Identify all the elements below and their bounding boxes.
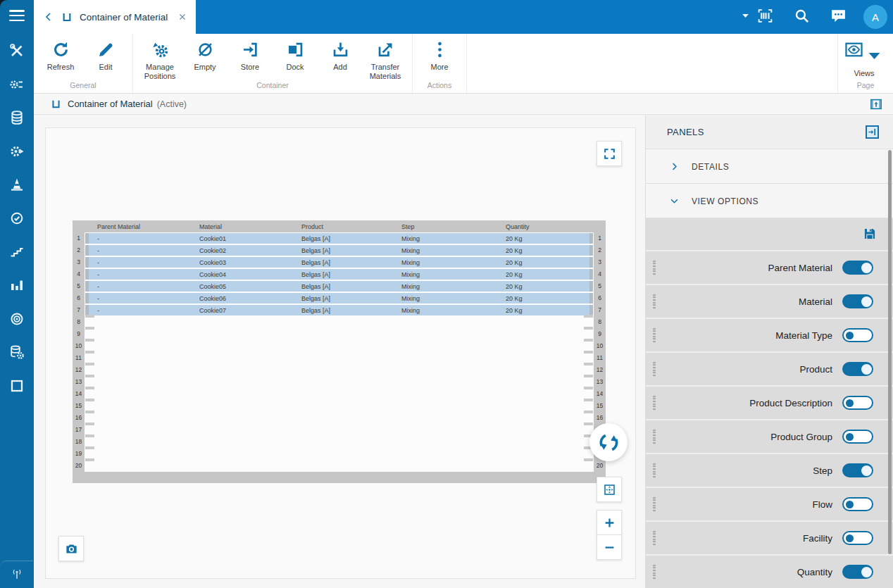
store-button[interactable]: Store: [227, 37, 273, 81]
toggle-product[interactable]: [842, 362, 873, 376]
add-button[interactable]: Add: [318, 37, 363, 81]
table-slot-15[interactable]: [85, 400, 594, 412]
row-number-right: 1: [594, 232, 606, 244]
views-button[interactable]: Views: [844, 37, 885, 78]
toggle-material-type[interactable]: [842, 328, 873, 342]
cell-material: Cookie02: [199, 245, 226, 256]
material-row[interactable]: -Cookie03Belgas [A]Mixing20 Kg: [85, 257, 593, 268]
sidebar-item-process[interactable]: [8, 76, 25, 93]
table-slot-14[interactable]: [85, 388, 594, 400]
steps-icon: [8, 244, 25, 261]
toggle-product-description[interactable]: [842, 396, 873, 410]
drag-handle[interactable]: [653, 530, 656, 546]
empty-button[interactable]: Empty: [182, 37, 227, 81]
row-edge: [85, 281, 89, 292]
toggle-quantity[interactable]: [842, 565, 873, 579]
collapse-panel-button[interactable]: [866, 125, 879, 139]
search-button[interactable]: [793, 7, 811, 27]
sidebar-item-target[interactable]: [8, 311, 25, 327]
toggle-flow[interactable]: [842, 497, 873, 511]
expand-window-button[interactable]: [870, 98, 882, 111]
toggle-facility[interactable]: [842, 531, 873, 545]
panel-scrollbar[interactable]: [888, 150, 892, 554]
toggle-material[interactable]: [842, 294, 873, 308]
table-slot-8[interactable]: [85, 316, 594, 328]
sidebar-item-bar-chart[interactable]: [8, 277, 25, 294]
sidebar-item-clock-check[interactable]: [8, 210, 25, 227]
position-tick: [85, 423, 94, 425]
view-option-row-step: Step: [646, 454, 893, 488]
zoom-out-button[interactable]: [597, 534, 622, 560]
dock-button[interactable]: Dock: [273, 37, 318, 81]
table-slot-16[interactable]: [85, 412, 594, 424]
sidebar-item-automation[interactable]: [8, 143, 25, 160]
avatar[interactable]: A: [863, 5, 887, 29]
sidebar-item-container[interactable]: [8, 377, 25, 394]
rotate-view-button[interactable]: [589, 423, 627, 461]
view-option-row-parent-material: Parent Material: [646, 251, 893, 285]
sidebar-item-cone[interactable]: [8, 176, 25, 193]
material-row[interactable]: -Cookie04Belgas [A]Mixing20 Kg: [85, 269, 593, 280]
material-row[interactable]: -Cookie01Belgas [A]Mixing20 Kg: [85, 233, 593, 244]
column-header-quantity: Quantity: [506, 220, 530, 232]
zoom-in-button[interactable]: [597, 510, 622, 535]
drag-handle[interactable]: [653, 293, 656, 310]
column-header-step: Step: [401, 220, 415, 232]
save-view-options-button[interactable]: [863, 227, 877, 241]
hamburger-menu-icon[interactable]: [9, 10, 25, 22]
table-slot-19[interactable]: [85, 448, 594, 460]
manage-positions-button[interactable]: Manage Positions: [137, 37, 182, 81]
material-row[interactable]: -Cookie05Belgas [A]Mixing20 Kg: [85, 281, 593, 292]
table-slot-17[interactable]: [85, 424, 594, 436]
section-view-options[interactable]: VIEW OPTIONS: [646, 183, 893, 218]
camera-snapshot-button[interactable]: [58, 536, 84, 561]
refresh-button[interactable]: Refresh: [38, 37, 83, 72]
sidebar-item-data-gear[interactable]: [8, 344, 25, 361]
cell-quantity: 20 Kg: [506, 233, 523, 244]
fit-view-button[interactable]: [597, 477, 622, 502]
row-number-right: 4: [594, 268, 606, 280]
material-row[interactable]: -Cookie06Belgas [A]Mixing20 Kg: [85, 293, 593, 304]
fullscreen-button[interactable]: [597, 141, 622, 166]
drag-handle[interactable]: [653, 462, 656, 479]
container-canvas[interactable]: Parent MaterialMaterialProductStepQuanti…: [45, 127, 636, 579]
sidebar-item-steps[interactable]: [8, 244, 25, 261]
drag-handle[interactable]: [653, 563, 656, 580]
cell-parent-material: -: [97, 305, 99, 315]
table-slot-18[interactable]: [85, 436, 594, 448]
row-number-left: 14: [73, 388, 85, 400]
material-row[interactable]: -Cookie02Belgas [A]Mixing20 Kg: [85, 245, 593, 256]
table-row-1: -Cookie01Belgas [A]Mixing20 Kg: [85, 232, 594, 244]
drag-handle[interactable]: [653, 361, 656, 377]
more-button[interactable]: More: [417, 37, 462, 72]
drag-handle[interactable]: [653, 327, 656, 344]
section-details[interactable]: DETAILS: [646, 149, 893, 184]
row-number-left: 6: [73, 292, 85, 304]
material-row[interactable]: -Cookie07Belgas [A]Mixing20 Kg: [85, 305, 593, 315]
row-number-right: 8: [594, 316, 606, 328]
transfer-materials-button[interactable]: Transfer Materials: [363, 37, 408, 81]
drag-handle[interactable]: [653, 496, 656, 513]
table-slot-20[interactable]: [85, 460, 594, 472]
table-slot-9[interactable]: [85, 328, 594, 340]
toggle-product-group[interactable]: [842, 430, 873, 444]
table-slot-12[interactable]: [85, 364, 594, 376]
table-slot-10[interactable]: [85, 340, 594, 352]
position-tick: [584, 351, 593, 354]
drag-handle[interactable]: [653, 394, 656, 411]
sidebar-item-database[interactable]: [8, 109, 25, 126]
table-slot-11[interactable]: [85, 352, 594, 364]
barcode-scan-button[interactable]: [756, 7, 774, 27]
toggle-parent-material[interactable]: [842, 261, 873, 275]
edit-button[interactable]: Edit: [83, 37, 128, 72]
sidebar-item-tools[interactable]: [8, 42, 25, 59]
chat-button[interactable]: [830, 7, 847, 27]
drag-handle[interactable]: [653, 428, 656, 445]
table-slot-13[interactable]: [85, 376, 594, 388]
button-label: Refresh: [47, 63, 75, 72]
dropdown-button[interactable]: [740, 11, 751, 23]
tab-container-of-material[interactable]: Container of Material: [34, 0, 196, 34]
position-tick: [85, 363, 94, 365]
toggle-step[interactable]: [842, 463, 873, 477]
drag-handle[interactable]: [653, 259, 656, 276]
